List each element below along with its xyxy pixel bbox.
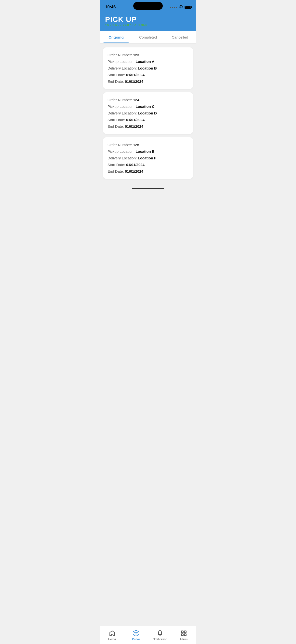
order-card-1: Order Number: 123 Pickup Location: Locat… [103, 48, 193, 89]
status-time: 10:46 [105, 5, 116, 10]
tab-cancelled[interactable]: Cancelled [164, 31, 196, 43]
order-number-field-1: Order Number: 123 [107, 52, 189, 58]
order-number-field-2: Order Number: 124 [107, 97, 189, 102]
end-date-field-2: End Date: 01/01/2024 [107, 124, 189, 129]
order-card-2: Order Number: 124 Pickup Location: Locat… [103, 92, 193, 134]
svg-point-0 [181, 8, 181, 9]
delivery-location-field-1: Delivery Location: Location B [107, 66, 189, 71]
home-indicator [132, 188, 164, 189]
start-date-field-1: Start Date: 01/01/2024 [107, 72, 189, 77]
end-date-field-3: End Date: 01/01/2024 [107, 169, 189, 174]
delivery-location-field-2: Delivery Location: Location D [107, 110, 189, 116]
order-number-field-3: Order Number: 125 [107, 142, 189, 147]
status-icons [170, 6, 191, 9]
tabs-bar: Ongoing Completed Cancelled [100, 31, 196, 44]
pickup-location-field-1: Pickup Location: Location A [107, 59, 189, 64]
delivery-location-field-3: Delivery Location: Location F [107, 156, 189, 161]
orders-list: Order Number: 123 Pickup Location: Locat… [100, 44, 196, 186]
pickup-location-field-3: Pickup Location: Location E [107, 149, 189, 154]
logo-subtitle: YOUR DELIVERY PARTNER [105, 24, 191, 26]
status-bar: 10:46 [100, 0, 196, 13]
notch [133, 2, 163, 10]
tab-completed[interactable]: Completed [132, 31, 164, 43]
battery-icon [185, 6, 191, 9]
order-card-3: Order Number: 125 Pickup Location: Locat… [103, 137, 193, 179]
tab-ongoing[interactable]: Ongoing [100, 31, 132, 43]
logo: PICK UP [105, 16, 191, 23]
start-date-field-2: Start Date: 01/01/2024 [107, 117, 189, 122]
start-date-field-3: Start Date: 01/01/2024 [107, 162, 189, 167]
header: PICK UP YOUR DELIVERY PARTNER [100, 13, 196, 31]
wifi-icon [179, 6, 183, 9]
pickup-location-field-2: Pickup Location: Location C [107, 104, 189, 109]
end-date-field-1: End Date: 01/01/2024 [107, 79, 189, 84]
signal-icon [170, 7, 177, 8]
